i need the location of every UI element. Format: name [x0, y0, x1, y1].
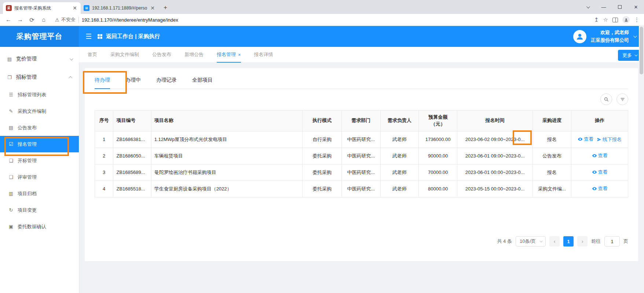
home-icon[interactable]: ⌂: [40, 16, 48, 23]
sidebar-item-label: 开标管理: [18, 157, 37, 164]
chevron-down-icon[interactable]: [633, 34, 637, 38]
search-icon[interactable]: [600, 93, 612, 105]
sidebar-item-采购文件编制[interactable]: ✎采购文件编制: [0, 103, 79, 119]
announcement-icon: ▤: [8, 125, 14, 130]
tab-待办理[interactable]: 待办理: [95, 77, 110, 89]
profile-icon[interactable]: [622, 16, 630, 23]
breadcrumb-tab-报名详情[interactable]: 报名详情: [254, 47, 273, 63]
chevron-down-icon: [70, 57, 73, 60]
breadcrumb-tab-首页[interactable]: 首页: [88, 47, 97, 63]
column-header: 序号: [95, 111, 113, 131]
sidebar-item-公告发布[interactable]: ▤公告发布: [0, 119, 79, 136]
sidebar-item-招标管理列表[interactable]: ☰招标管理列表: [0, 86, 79, 103]
back-icon[interactable]: ←: [4, 16, 12, 23]
maximize-button[interactable]: [612, 0, 628, 14]
forward-icon[interactable]: →: [16, 16, 24, 23]
tab-全部项目[interactable]: 全部项目: [192, 77, 213, 89]
archive-icon: ▥: [8, 191, 14, 196]
action-查看[interactable]: 查看: [592, 185, 608, 192]
new-tab-button[interactable]: +: [161, 3, 170, 12]
minimize-button[interactable]: —: [596, 0, 612, 14]
prev-page-button[interactable]: ‹: [549, 236, 560, 246]
page-size-value: 10条/页: [520, 238, 536, 245]
breadcrumb-tab-报名管理[interactable]: 报名管理×: [217, 47, 241, 63]
sidebar-item-报名管理[interactable]: ☑报名管理: [0, 136, 79, 152]
sidebar-group-竞价管理[interactable]: ▤竞价管理: [0, 50, 79, 68]
sidebar-item-评审管理[interactable]: ❑评审管理: [0, 169, 79, 185]
refresh-icon[interactable]: ⟳: [28, 16, 36, 23]
action-label: 查看: [598, 169, 608, 175]
sidebar-item-label: 报名管理: [18, 141, 37, 148]
goto-page-input[interactable]: [604, 236, 620, 246]
sidebar-item-项目变更[interactable]: ↻项目变更: [0, 202, 79, 218]
filter-icon[interactable]: [616, 93, 628, 105]
security-label: 不安全: [61, 16, 76, 23]
split-screen-icon[interactable]: [612, 18, 618, 22]
card-tabs: 待办理办理中办理记录全部项目: [95, 68, 628, 89]
company-text: 正采股份有限公司: [591, 37, 629, 44]
tab-close-icon[interactable]: ✕: [150, 5, 155, 11]
content-area: 首页采购文件编制公告发布新增公告报名管理×报名详情 更多 待办理办理中办理记录全…: [79, 47, 644, 293]
action-查看[interactable]: 查看: [592, 152, 608, 159]
more-button[interactable]: 更多: [618, 50, 641, 61]
breadcrumb-tab-采购文件编制[interactable]: 采购文件编制: [110, 47, 139, 63]
page-size-select[interactable]: 10条/页: [516, 236, 546, 246]
table-cell: 曼陀罗绘画治疗书籍采购项目: [151, 164, 303, 181]
workbench-label: 返回工作台 | 采购执行: [106, 33, 160, 40]
breadcrumb-tab-新增公告[interactable]: 新增公告: [184, 47, 204, 63]
action-label: 线下报名: [603, 136, 622, 143]
goto-label: 前往: [591, 238, 601, 245]
security-chip[interactable]: ⚠ 不安全: [55, 16, 76, 23]
tab-close-icon[interactable]: ✕: [72, 5, 78, 11]
table-cell: 80000.00: [418, 181, 457, 197]
sidebar-item-label: 招标管理列表: [18, 92, 46, 98]
table-cell: 委托采购: [303, 148, 342, 164]
table-cell: 2: [95, 148, 113, 164]
sidebar-item-委托数据确认[interactable]: ▣委托数据确认: [0, 218, 79, 235]
breadcrumb-tab-公告发布[interactable]: 公告发布: [152, 47, 171, 63]
table-row: 4ZB1685518...学生食堂厨房设备采购项目（2022）委托采购中医药研究…: [95, 181, 628, 197]
divider: [78, 17, 79, 23]
next-page-button[interactable]: ›: [577, 236, 588, 246]
operation-cell: 查看: [571, 148, 628, 164]
table-cell: 报名: [533, 164, 571, 181]
table-cell: 2023-06-02 09:00~2023-0...: [457, 131, 533, 148]
sidebar-item-开标管理[interactable]: ❏开标管理: [0, 152, 79, 169]
scrollbar-thumb[interactable]: [640, 27, 643, 74]
browser-scrollbar[interactable]: [639, 26, 644, 293]
confirm-icon: ▣: [8, 224, 14, 229]
breadcrumb-label: 公告发布: [152, 51, 171, 58]
table-cell: 1.12MWp屋顶分布式光伏发电项目: [151, 131, 303, 148]
projects-table: 序号项目编号项目名称执行模式需求部门需求负责人预算金额（元）报名时间采购进度操作…: [95, 110, 628, 197]
menu-dots-icon[interactable]: ⋮: [634, 16, 640, 23]
browser-tab-active[interactable]: 采 报名管理-采购系统 ✕: [3, 2, 81, 14]
url-field[interactable]: ⚠ 不安全 192.168.1.170/#/tenderee/entryMana…: [51, 15, 590, 25]
close-button[interactable]: ✕: [628, 0, 644, 14]
sidebar-item-项目归档[interactable]: ▥项目归档: [0, 185, 79, 202]
table-cell: 学生食堂厨房设备采购项目（2022）: [151, 181, 303, 197]
workbench-link[interactable]: 返回工作台 | 采购执行: [97, 33, 160, 40]
table-cell: 采购文件编...: [533, 181, 571, 197]
user-zone[interactable]: 欢迎，武老师 正采股份有限公司: [573, 29, 644, 44]
action-查看[interactable]: 查看: [592, 169, 608, 175]
sidebar-group-招标管理[interactable]: ❐招标管理: [0, 68, 79, 86]
tender-manage-icon: ❐: [7, 75, 12, 80]
tab-办理中[interactable]: 办理中: [125, 77, 141, 89]
table-cell: 中医药研究...: [342, 131, 380, 148]
review-icon: ❑: [8, 174, 14, 180]
url-text: 192.168.1.170/#/tenderee/entryManage/ind…: [82, 17, 178, 23]
tab-办理记录[interactable]: 办理记录: [156, 77, 177, 89]
share-icon[interactable]: ↥: [594, 16, 599, 23]
table-cell: ZB1686050...: [113, 148, 151, 164]
action-线下报名[interactable]: 线下报名: [597, 136, 622, 143]
hamburger-icon[interactable]: ☰: [79, 32, 97, 41]
close-icon[interactable]: ×: [238, 52, 241, 58]
sidebar-menu: ▤竞价管理❐招标管理☰招标管理列表✎采购文件编制▤公告发布☑报名管理❏开标管理❑…: [0, 50, 79, 235]
action-查看[interactable]: 查看: [578, 136, 593, 142]
star-icon[interactable]: ☆: [603, 16, 608, 23]
tab-search-icon[interactable]: [579, 0, 596, 14]
sidebar-item-label: 项目变更: [18, 207, 37, 214]
browser-tab-inactive[interactable]: ⊞ 192.168.1.171:1889/#/persona ✕: [81, 2, 158, 14]
browser-tab-title: 192.168.1.171:1889/#/persona: [92, 5, 147, 11]
current-page[interactable]: 1: [563, 236, 574, 246]
